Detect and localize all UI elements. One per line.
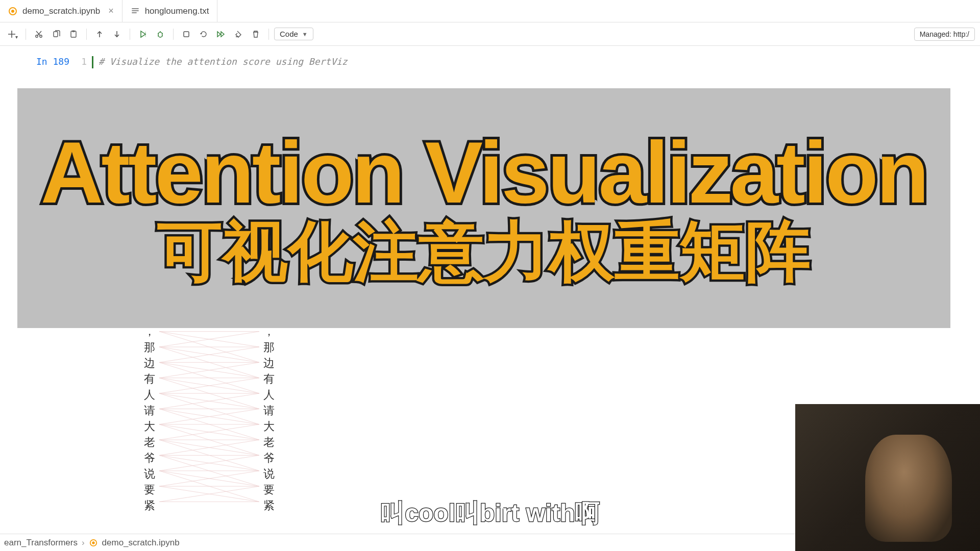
- line-number: 1: [77, 56, 92, 67]
- banner-title-zh: 可视化注意力权重矩阵: [157, 216, 811, 288]
- video-subtitle: 叫cool叫birt with啊: [380, 497, 599, 530]
- attention-token-left: 有: [143, 371, 156, 387]
- svg-point-7: [158, 32, 162, 37]
- tab-bar: demo_scratch.ipynb × hongloumeng.txt: [0, 0, 980, 22]
- tab-label: hongloumeng.txt: [145, 6, 209, 16]
- attention-row: 紧紧: [143, 498, 276, 514]
- stop-button[interactable]: [179, 27, 194, 42]
- attention-token-left: 老: [143, 435, 156, 450]
- tab-notebook[interactable]: demo_scratch.ipynb ×: [0, 0, 122, 22]
- attention-token-left: 要: [143, 482, 156, 498]
- tab-label: demo_scratch.ipynb: [22, 6, 100, 16]
- breadcrumb-folder[interactable]: earn_Transformers: [4, 538, 78, 548]
- attention-row: 请请: [143, 403, 276, 419]
- attention-token-right: 大: [262, 419, 276, 435]
- attention-token-right: 爷: [262, 450, 276, 466]
- move-down-button[interactable]: [109, 27, 125, 42]
- cell-prompt: In 189: [10, 56, 77, 67]
- attention-row: 爷爷: [143, 450, 276, 466]
- notebook-icon: [8, 7, 17, 16]
- attention-token-right: 紧: [262, 498, 276, 514]
- run-button[interactable]: [135, 27, 151, 42]
- clear-output-button[interactable]: [231, 27, 246, 42]
- attention-token-right: 边: [262, 356, 276, 371]
- attention-visualization: ，，那那边边有有人人请请大大老老爷爷说说要要紧紧: [143, 324, 276, 514]
- toolbar: ▾ Code ▼ Managed: http: [0, 22, 980, 46]
- add-cell-button[interactable]: ▾: [5, 27, 20, 42]
- attention-token-right: 要: [262, 482, 276, 498]
- attention-row: 说说: [143, 466, 276, 482]
- tab-textfile[interactable]: hongloumeng.txt: [122, 0, 218, 22]
- webcam-overlay: [795, 404, 980, 551]
- notebook-icon: [89, 538, 98, 547]
- attention-row: 要要: [143, 482, 276, 498]
- attention-token-right: 请: [262, 403, 276, 419]
- attention-token-left: 大: [143, 419, 156, 435]
- paste-button[interactable]: [66, 27, 81, 42]
- run-all-button[interactable]: [213, 27, 229, 42]
- cell-code[interactable]: # Visualize the attention score using Be…: [99, 56, 348, 67]
- title-banner: Attention Visualization 可视化注意力权重矩阵: [17, 88, 950, 328]
- attention-token-right: 老: [262, 435, 276, 450]
- chevron-down-icon: ▼: [302, 31, 308, 37]
- attention-token-left: 爷: [143, 450, 156, 466]
- attention-token-left: 请: [143, 403, 156, 419]
- restart-button[interactable]: [196, 27, 211, 42]
- delete-cell-button[interactable]: [248, 27, 263, 42]
- attention-token-left: 边: [143, 356, 156, 371]
- attention-token-right: 说: [262, 466, 276, 482]
- text-file-icon: [131, 7, 140, 16]
- close-icon[interactable]: ×: [108, 6, 114, 16]
- banner-title-en: Attention Visualization: [40, 129, 927, 216]
- attention-token-left: 说: [143, 466, 156, 482]
- notebook-area: In 189 1 # Visualize the attention score…: [0, 46, 980, 68]
- cell-run-indicator: [92, 56, 93, 68]
- attention-token-right: 人: [262, 387, 276, 403]
- attention-token-right: 有: [262, 371, 276, 387]
- attention-row: 人人: [143, 387, 276, 403]
- copy-button[interactable]: [48, 27, 64, 42]
- attention-token-left: 人: [143, 387, 156, 403]
- debug-button[interactable]: [153, 27, 168, 42]
- attention-row: 老老: [143, 435, 276, 450]
- attention-row: 大大: [143, 419, 276, 435]
- attention-row: 那那: [143, 340, 276, 356]
- cell-type-dropdown[interactable]: Code ▼: [274, 28, 313, 40]
- kernel-status[interactable]: Managed: http:/: [914, 28, 975, 41]
- breadcrumb-file[interactable]: demo_scratch.ipynb: [102, 538, 180, 548]
- svg-point-54: [92, 541, 94, 544]
- attention-token-left: 紧: [143, 498, 156, 514]
- attention-row: 边边: [143, 356, 276, 371]
- attention-token-left: 那: [143, 340, 156, 356]
- cut-button[interactable]: [31, 27, 46, 42]
- svg-rect-4: [54, 32, 58, 37]
- cell-type-label: Code: [280, 30, 298, 38]
- attention-token-right: 那: [262, 340, 276, 356]
- code-cell[interactable]: In 189 1 # Visualize the attention score…: [0, 56, 980, 68]
- svg-rect-8: [184, 32, 189, 37]
- svg-point-1: [11, 10, 14, 13]
- attention-row: 有有: [143, 371, 276, 387]
- chevron-right-icon: ›: [82, 538, 85, 548]
- move-up-button[interactable]: [92, 27, 107, 42]
